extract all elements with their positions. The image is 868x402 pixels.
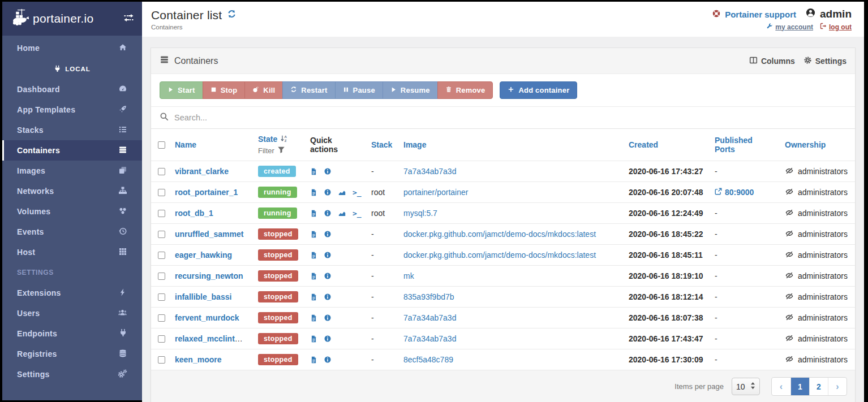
sidebar-item-settings[interactable]: Settings bbox=[2, 364, 142, 384]
column-header-published-ports[interactable]: Published Ports bbox=[715, 136, 774, 154]
row-checkbox[interactable] bbox=[158, 231, 165, 238]
resume-button[interactable]: Resume bbox=[383, 81, 438, 99]
start-button[interactable]: Start bbox=[160, 81, 203, 99]
logs-icon[interactable] bbox=[310, 356, 317, 364]
sidebar-item-events[interactable]: Events bbox=[2, 222, 142, 242]
row-checkbox[interactable] bbox=[158, 252, 165, 259]
logs-icon[interactable] bbox=[310, 272, 317, 280]
row-checkbox[interactable] bbox=[158, 189, 165, 196]
sidebar-item-images[interactable]: Images bbox=[2, 161, 142, 181]
sidebar-item-host[interactable]: Host bbox=[2, 242, 142, 262]
sidebar-item-stacks[interactable]: Stacks bbox=[2, 120, 142, 140]
row-checkbox[interactable] bbox=[158, 314, 165, 322]
prev-page-button[interactable]: ‹ bbox=[772, 378, 790, 395]
inspect-icon[interactable] bbox=[324, 188, 332, 196]
container-name-link[interactable]: unruffled_sammet bbox=[175, 230, 243, 239]
sidebar-item-volumes[interactable]: Volumes bbox=[2, 201, 142, 222]
kill-button[interactable]: Kill bbox=[244, 81, 283, 99]
inspect-icon[interactable] bbox=[324, 314, 332, 322]
inspect-icon[interactable] bbox=[324, 251, 332, 259]
image-link[interactable]: 8ecf5a48c789 bbox=[403, 355, 453, 364]
remove-button[interactable]: Remove bbox=[437, 81, 493, 99]
container-name-link[interactable]: fervent_murdock bbox=[175, 313, 239, 322]
inspect-icon[interactable] bbox=[324, 167, 332, 175]
sidebar-item-registries[interactable]: Registries bbox=[2, 344, 142, 364]
row-checkbox[interactable] bbox=[158, 293, 165, 301]
user-menu[interactable]: admin bbox=[805, 7, 852, 21]
row-checkbox[interactable] bbox=[158, 210, 165, 217]
container-name-link[interactable]: root_db_1 bbox=[175, 209, 213, 218]
sidebar-item-users[interactable]: Users bbox=[2, 303, 142, 323]
container-name-link[interactable]: infallible_bassi bbox=[175, 292, 231, 301]
container-name-link[interactable]: recursing_newton bbox=[175, 271, 243, 280]
image-link[interactable]: docker.pkg.github.com/jamct/demo-docs/mk… bbox=[403, 250, 596, 260]
image-link[interactable]: mysql:5.7 bbox=[403, 209, 437, 218]
refresh-icon[interactable] bbox=[227, 9, 237, 21]
next-page-button[interactable]: › bbox=[828, 378, 846, 395]
stop-button[interactable]: Stop bbox=[203, 81, 246, 99]
log-out-link[interactable]: log out bbox=[820, 23, 852, 31]
inspect-icon[interactable] bbox=[324, 209, 332, 217]
my-account-link[interactable]: my account bbox=[766, 23, 813, 31]
select-all-checkbox[interactable] bbox=[158, 141, 165, 149]
logs-icon[interactable] bbox=[310, 167, 317, 176]
logs-icon[interactable] bbox=[310, 188, 317, 197]
logs-icon[interactable] bbox=[310, 335, 317, 343]
image-link[interactable]: 835a93f9bd7b bbox=[403, 292, 454, 301]
logs-icon[interactable] bbox=[310, 230, 317, 239]
portainer-support-link[interactable]: Portainer support bbox=[712, 9, 796, 20]
state-filter-control[interactable]: Filter bbox=[258, 146, 299, 155]
sidebar-item-home[interactable]: Home bbox=[2, 38, 142, 58]
image-link[interactable]: 7a7a34ab7a3d bbox=[403, 313, 456, 322]
sidebar-item-endpoints[interactable]: Endpoints bbox=[2, 323, 142, 344]
image-link[interactable]: mk bbox=[403, 271, 414, 280]
restart-button[interactable]: Restart bbox=[282, 81, 335, 99]
page-button-1[interactable]: 1 bbox=[790, 378, 809, 395]
image-link[interactable]: 7a7a34ab7a3d bbox=[403, 334, 456, 343]
published-port-link[interactable]: 80:9000 bbox=[715, 188, 754, 197]
column-header-created[interactable]: Created bbox=[629, 140, 658, 149]
image-link[interactable]: docker.pkg.github.com/jamct/demo-docs/mk… bbox=[403, 230, 596, 239]
column-header-image[interactable]: Image bbox=[403, 140, 426, 149]
add-container-button[interactable]: Add container bbox=[500, 81, 577, 99]
console-icon[interactable]: >_ bbox=[353, 188, 362, 197]
sidebar-item-extensions[interactable]: Extensions bbox=[2, 283, 142, 303]
inspect-icon[interactable] bbox=[324, 356, 332, 364]
row-checkbox[interactable] bbox=[158, 335, 165, 343]
logs-icon[interactable] bbox=[310, 251, 317, 260]
column-header-state[interactable]: State AZ bbox=[258, 134, 288, 144]
table-settings-button[interactable]: Settings bbox=[803, 56, 846, 66]
column-header-stack[interactable]: Stack bbox=[371, 140, 392, 149]
columns-button[interactable]: Columns bbox=[749, 56, 795, 66]
sidebar-item-networks[interactable]: Networks bbox=[2, 181, 142, 201]
image-link[interactable]: portainer/portainer bbox=[403, 188, 468, 197]
search-input[interactable] bbox=[174, 113, 846, 122]
logs-icon[interactable] bbox=[310, 293, 317, 301]
sidebar-item-app-templates[interactable]: App Templates bbox=[2, 100, 142, 120]
page-size-select[interactable]: 10 bbox=[732, 378, 760, 395]
pause-button[interactable]: Pause bbox=[335, 81, 383, 99]
container-name-link[interactable]: keen_moore bbox=[175, 355, 221, 364]
container-name-link[interactable]: eager_hawking bbox=[175, 250, 232, 260]
image-link[interactable]: 7a7a34ab7a3d bbox=[403, 167, 456, 176]
page-button-2[interactable]: 2 bbox=[809, 378, 828, 395]
inspect-icon[interactable] bbox=[324, 335, 332, 343]
sidebar-item-dashboard[interactable]: Dashboard bbox=[2, 79, 142, 100]
container-name-link[interactable]: root_portainer_1 bbox=[175, 188, 238, 197]
container-name-link[interactable]: relaxed_mcclintock bbox=[175, 334, 248, 343]
row-checkbox[interactable] bbox=[158, 168, 165, 175]
stats-icon[interactable] bbox=[338, 188, 346, 196]
column-header-name[interactable]: Name bbox=[175, 140, 196, 149]
container-name-link[interactable]: vibrant_clarke bbox=[175, 167, 229, 176]
row-checkbox[interactable] bbox=[158, 273, 165, 280]
logs-icon[interactable] bbox=[310, 314, 317, 322]
column-header-ownership[interactable]: Ownership bbox=[785, 140, 826, 149]
sidebar-collapse-icon[interactable] bbox=[123, 14, 134, 24]
inspect-icon[interactable] bbox=[324, 272, 332, 280]
console-icon[interactable]: >_ bbox=[353, 209, 362, 218]
sidebar-item-containers[interactable]: Containers bbox=[2, 140, 142, 161]
row-checkbox[interactable] bbox=[158, 356, 165, 364]
inspect-icon[interactable] bbox=[324, 293, 332, 301]
logs-icon[interactable] bbox=[310, 209, 317, 218]
inspect-icon[interactable] bbox=[324, 230, 332, 238]
